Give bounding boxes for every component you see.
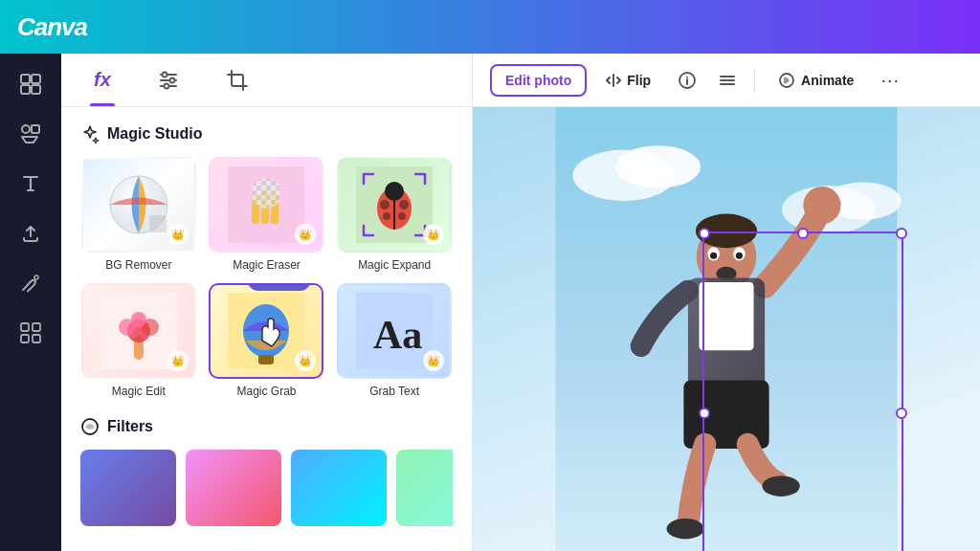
svg-point-51 (686, 76, 688, 77)
grab-text-badge: 👑 (423, 350, 444, 371)
svg-point-42 (131, 312, 146, 327)
adjust-icon (157, 69, 180, 92)
svg-point-33 (380, 200, 390, 209)
svg-rect-71 (699, 282, 753, 350)
toolbar-divider (754, 68, 755, 93)
svg-rect-7 (21, 323, 29, 331)
canvas-area: Edit photo Flip (473, 54, 980, 551)
svg-point-35 (383, 212, 390, 220)
canva-logo: Canva (17, 12, 87, 42)
filters-section: Filters (80, 417, 453, 526)
filters-heading: Filters (80, 417, 453, 436)
svg-rect-2 (21, 85, 30, 94)
svg-point-24 (251, 178, 281, 209)
filter-thumb-1[interactable] (80, 450, 176, 526)
tool-grab-text[interactable]: Aa 👑 Grab Text (336, 283, 453, 398)
svg-point-6 (34, 276, 38, 279)
filter-thumb-2[interactable] (186, 450, 281, 526)
flip-icon (606, 73, 621, 88)
svg-rect-10 (33, 335, 40, 342)
svg-point-69 (803, 187, 840, 224)
svg-point-58 (615, 145, 701, 188)
sidebar-item-text[interactable] (10, 163, 52, 205)
more-icon: ··· (880, 69, 900, 91)
animate-button[interactable]: Animate (765, 65, 867, 96)
svg-rect-1 (32, 75, 40, 83)
svg-point-16 (164, 83, 168, 88)
icon-sidebar (0, 54, 61, 551)
more-button[interactable]: ··· (873, 63, 907, 98)
magic-edit-badge: 👑 (167, 350, 189, 371)
svg-rect-19 (149, 215, 167, 232)
tab-adjust[interactable] (153, 54, 184, 106)
svg-point-73 (667, 518, 704, 539)
sidebar-item-apps[interactable] (10, 312, 52, 354)
svg-point-68 (736, 253, 743, 259)
filter-thumb-4[interactable] (396, 450, 453, 526)
svg-rect-45 (258, 355, 274, 364)
tool-bg-remover[interactable]: 👑 BG Remover (80, 157, 197, 272)
magic-expand-badge: 👑 (423, 224, 444, 245)
flip-button[interactable]: Flip (592, 66, 664, 95)
magic-studio-grid: 👑 BG Remover (80, 157, 453, 398)
lines-icon (718, 71, 737, 90)
tool-magic-eraser[interactable]: 👑 Magic Eraser (209, 157, 325, 272)
svg-point-74 (762, 475, 799, 496)
tool-magic-expand[interactable]: 👑 Magic Expand (336, 157, 453, 272)
svg-rect-3 (32, 85, 40, 94)
svg-point-4 (22, 125, 30, 133)
magic-studio-heading: Magic Studio (80, 124, 453, 143)
svg-rect-8 (33, 323, 40, 331)
svg-rect-9 (21, 335, 29, 342)
canvas-background (473, 107, 980, 551)
sidebar-item-draw[interactable] (10, 262, 52, 304)
info-button[interactable] (670, 63, 704, 98)
magic-studio-icon (80, 124, 100, 143)
animate-icon (778, 72, 795, 89)
svg-text:Aa: Aa (373, 313, 422, 357)
panel-content: Magic Studio (61, 107, 472, 551)
sidebar-item-uploads[interactable] (10, 212, 52, 254)
canvas-viewport[interactable] (473, 107, 980, 551)
tool-magic-edit[interactable]: 👑 Magic Edit (80, 283, 197, 398)
sidebar-item-elements[interactable] (10, 113, 52, 155)
toolbar: Edit photo Flip (473, 54, 980, 107)
svg-point-15 (169, 77, 174, 82)
lines-button[interactable] (710, 63, 745, 98)
tab-effects-label: fx (94, 69, 111, 91)
svg-point-34 (399, 200, 409, 209)
svg-point-63 (696, 214, 757, 249)
app-header: Canva (0, 0, 980, 54)
tab-effects[interactable]: fx (90, 54, 115, 106)
filters-icon (80, 417, 100, 436)
main-area: fx (0, 54, 980, 551)
svg-rect-5 (32, 125, 39, 133)
panel-tabs: fx (61, 54, 472, 107)
effects-panel: fx (61, 54, 473, 551)
svg-point-14 (162, 72, 167, 77)
svg-rect-0 (21, 75, 30, 83)
edit-photo-button[interactable]: Edit photo (490, 64, 587, 97)
svg-point-36 (398, 212, 406, 220)
olivia-tooltip: Olivia (248, 283, 311, 291)
tab-crop[interactable] (222, 54, 253, 106)
photo-subject (473, 107, 980, 551)
tool-magic-grab[interactable]: Olivia (209, 283, 325, 398)
info-icon (678, 71, 697, 90)
svg-point-67 (710, 253, 717, 259)
bg-remover-badge: 👑 (167, 224, 189, 245)
sidebar-item-templates[interactable] (10, 63, 52, 105)
filter-thumb-3[interactable] (291, 450, 387, 526)
crop-icon (226, 69, 249, 92)
